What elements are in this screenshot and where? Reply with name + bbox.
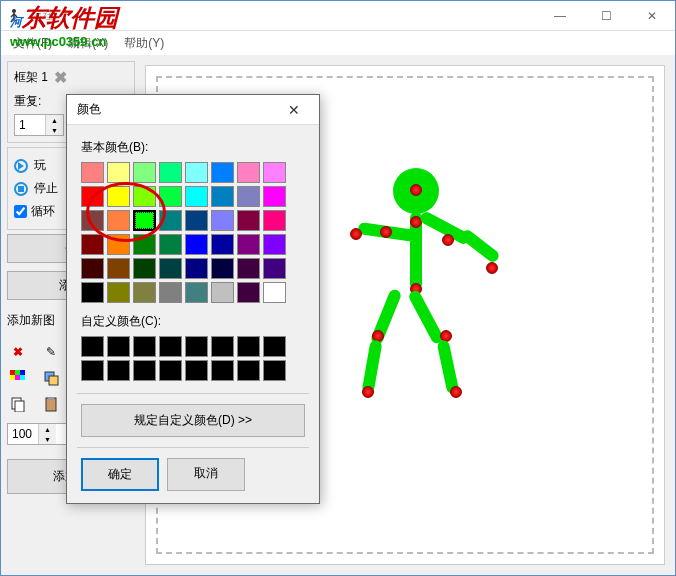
color-swatch[interactable]: [185, 282, 208, 303]
color-swatch[interactable]: [263, 162, 286, 183]
color-swatch[interactable]: [107, 258, 130, 279]
app-icon: [9, 8, 25, 24]
menu-edit[interactable]: 编辑(X): [62, 33, 114, 54]
custom-swatch[interactable]: [185, 360, 208, 381]
edit-tool-icon[interactable]: ✎: [40, 341, 62, 363]
svg-rect-19: [15, 401, 24, 412]
stop-icon: [14, 182, 28, 196]
loop-checkbox[interactable]: [14, 205, 27, 218]
dialog-title: 颜色: [77, 101, 279, 118]
color-swatch[interactable]: [159, 258, 182, 279]
custom-swatch[interactable]: [263, 360, 286, 381]
custom-swatch[interactable]: [81, 360, 104, 381]
color-swatch[interactable]: [159, 210, 182, 231]
color-swatch[interactable]: [81, 186, 104, 207]
color-swatch[interactable]: [237, 210, 260, 231]
repeat-spinner[interactable]: ▲▼: [14, 114, 64, 136]
basic-colors-label: 基本颜色(B):: [81, 139, 305, 156]
custom-swatch[interactable]: [107, 360, 130, 381]
custom-swatch[interactable]: [159, 336, 182, 357]
scale-input[interactable]: [8, 424, 38, 444]
color-swatch[interactable]: [159, 234, 182, 255]
color-swatch[interactable]: [263, 258, 286, 279]
color-swatch[interactable]: [133, 282, 156, 303]
close-button[interactable]: ✕: [629, 1, 675, 31]
custom-swatch[interactable]: [185, 336, 208, 357]
scale-up-icon[interactable]: ▲: [39, 424, 56, 434]
color-swatch[interactable]: [237, 258, 260, 279]
color-swatch[interactable]: [81, 282, 104, 303]
color-swatch[interactable]: [133, 258, 156, 279]
color-swatch[interactable]: [81, 210, 104, 231]
maximize-button[interactable]: ☐: [583, 1, 629, 31]
color-dialog: 颜色 ✕ 基本颜色(B): 自定义颜色(C): 规定自定义颜色(D) >> 确定…: [66, 94, 320, 504]
minimize-button[interactable]: —: [537, 1, 583, 31]
menubar: 文件(F) 编辑(X) 帮助(Y): [1, 31, 675, 55]
color-swatch[interactable]: [263, 210, 286, 231]
repeat-input[interactable]: [15, 115, 45, 135]
color-swatch[interactable]: [185, 162, 208, 183]
color-swatch[interactable]: [211, 162, 234, 183]
color-swatch[interactable]: [133, 186, 156, 207]
color-swatch[interactable]: [107, 282, 130, 303]
custom-swatch[interactable]: [263, 336, 286, 357]
color-swatch[interactable]: [81, 234, 104, 255]
custom-swatch[interactable]: [81, 336, 104, 357]
color-swatch[interactable]: [185, 210, 208, 231]
color-swatch[interactable]: [211, 258, 234, 279]
color-swatch[interactable]: [107, 210, 130, 231]
color-swatch[interactable]: [185, 234, 208, 255]
color-swatch[interactable]: [107, 234, 130, 255]
color-swatch[interactable]: [159, 162, 182, 183]
custom-swatch[interactable]: [133, 336, 156, 357]
color-swatch[interactable]: [159, 186, 182, 207]
spin-up-icon[interactable]: ▲: [46, 115, 63, 125]
color-swatch[interactable]: [107, 162, 130, 183]
front-tool-icon[interactable]: [40, 367, 62, 389]
custom-swatch[interactable]: [211, 360, 234, 381]
color-swatch[interactable]: [81, 258, 104, 279]
custom-swatch[interactable]: [211, 336, 234, 357]
color-swatch[interactable]: [237, 282, 260, 303]
color-swatch[interactable]: [211, 282, 234, 303]
color-swatch[interactable]: [237, 186, 260, 207]
color-swatch[interactable]: [211, 186, 234, 207]
delete-tool-icon[interactable]: ✖: [7, 341, 29, 363]
color-swatch[interactable]: [263, 282, 286, 303]
scale-down-icon[interactable]: ▼: [39, 434, 56, 444]
color-swatch[interactable]: [237, 234, 260, 255]
custom-swatch[interactable]: [107, 336, 130, 357]
color-swatch[interactable]: [107, 186, 130, 207]
color-swatch[interactable]: [211, 210, 234, 231]
svg-line-5: [14, 18, 17, 22]
custom-swatch[interactable]: [237, 336, 260, 357]
custom-swatch[interactable]: [133, 360, 156, 381]
dialog-close-button[interactable]: ✕: [279, 95, 309, 125]
spin-down-icon[interactable]: ▼: [46, 125, 63, 135]
color-swatch[interactable]: [185, 186, 208, 207]
color-swatch[interactable]: [263, 234, 286, 255]
color-swatch[interactable]: [263, 186, 286, 207]
define-custom-button[interactable]: 规定自定义颜色(D) >>: [81, 404, 305, 437]
delete-frame-icon[interactable]: ✖: [54, 68, 67, 87]
paste-tool-icon[interactable]: [40, 393, 62, 415]
color-swatch[interactable]: [237, 162, 260, 183]
color-swatch[interactable]: [133, 162, 156, 183]
menu-help[interactable]: 帮助(Y): [118, 33, 170, 54]
color-swatch[interactable]: [133, 234, 156, 255]
svg-rect-10: [10, 375, 15, 380]
custom-swatch[interactable]: [159, 360, 182, 381]
color-tool-icon[interactable]: [7, 367, 29, 389]
copy-tool-icon[interactable]: [7, 393, 29, 415]
color-swatch[interactable]: [185, 258, 208, 279]
color-swatch[interactable]: [133, 210, 156, 231]
menu-file[interactable]: 文件(F): [7, 33, 58, 54]
cancel-button[interactable]: 取消: [167, 458, 245, 491]
color-swatch[interactable]: [211, 234, 234, 255]
ok-button[interactable]: 确定: [81, 458, 159, 491]
loop-label: 循环: [31, 203, 55, 220]
custom-swatch[interactable]: [237, 360, 260, 381]
color-swatch[interactable]: [81, 162, 104, 183]
color-swatch[interactable]: [159, 282, 182, 303]
titlebar: 枢纽 — ☐ ✕: [1, 1, 675, 31]
